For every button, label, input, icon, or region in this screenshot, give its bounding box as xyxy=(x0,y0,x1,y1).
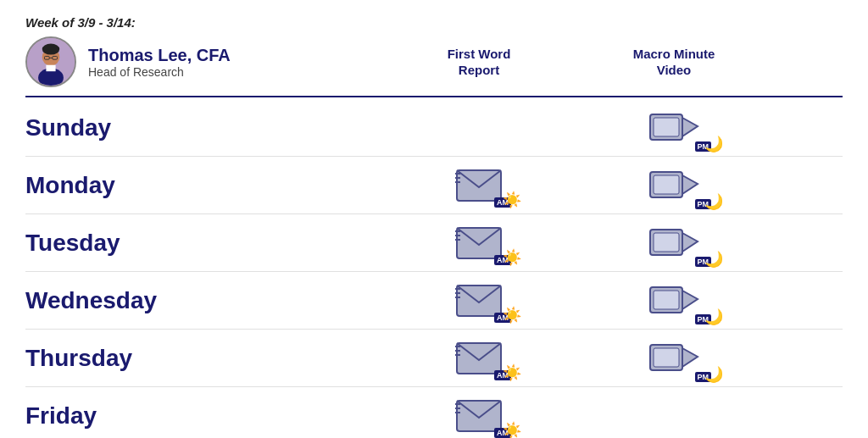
first-word-cell: AM ☀️ xyxy=(381,284,576,318)
macro-minute-cell: PM 🌙 xyxy=(576,225,771,262)
macro-minute-cell: PM 🌙 xyxy=(576,167,771,204)
first-word-cell: AM ☀️ xyxy=(381,399,576,433)
day-label: Friday xyxy=(25,396,381,436)
first-word-cell: AM ☀️ xyxy=(381,226,576,260)
email-icon: AM ☀️ xyxy=(455,284,503,318)
macro-minute-cell: PM 🌙 xyxy=(576,109,771,147)
table-row: Thursday AM ☀️ xyxy=(25,330,843,387)
col-header-macro: Macro MinuteVideo xyxy=(576,46,771,79)
table-row: Friday AM ☀️ xyxy=(25,387,843,438)
person-title: Head of Research xyxy=(88,65,231,79)
sun-icon: ☀️ xyxy=(503,421,521,439)
video-icon-wrap: PM 🌙 xyxy=(648,225,699,262)
email-icon-wrap: AM ☀️ xyxy=(455,284,503,318)
day-label: Wednesday xyxy=(25,280,381,321)
email-icon: AM ☀️ xyxy=(455,226,503,260)
video-icon-wrap: PM 🌙 xyxy=(648,340,699,377)
avatar xyxy=(25,36,76,87)
video-camera-icon: PM 🌙 xyxy=(648,225,699,262)
sun-icon: ☀️ xyxy=(503,248,521,267)
days-container: Sunday PM 🌙 Monday xyxy=(25,99,843,438)
moon-icon: 🌙 xyxy=(704,365,723,384)
table-row: Wednesday AM ☀️ xyxy=(25,272,843,330)
week-label: Week of 3/9 - 3/14: xyxy=(25,15,843,30)
table-row: Tuesday AM ☀️ xyxy=(25,214,843,272)
table-row: Monday AM ☀️ xyxy=(25,157,843,214)
sun-icon: ☀️ xyxy=(503,306,521,324)
video-icon-wrap: PM 🌙 xyxy=(648,109,699,147)
svg-rect-37 xyxy=(654,348,679,367)
person-info: Thomas Lee, CFA Head of Research xyxy=(25,36,381,87)
video-camera-icon: PM 🌙 xyxy=(648,109,699,147)
svg-rect-16 xyxy=(654,175,679,194)
email-icon: AM ☀️ xyxy=(455,169,503,202)
svg-rect-4 xyxy=(46,65,55,71)
moon-icon: 🌙 xyxy=(704,308,723,326)
email-icon-wrap: AM ☀️ xyxy=(455,341,503,375)
macro-minute-cell: PM 🌙 xyxy=(576,340,771,377)
first-word-cell: AM ☀️ xyxy=(381,341,576,375)
person-details: Thomas Lee, CFA Head of Research xyxy=(88,46,231,79)
svg-marker-10 xyxy=(682,118,698,136)
video-camera-icon: PM 🌙 xyxy=(648,167,699,204)
day-label: Sunday xyxy=(25,108,381,148)
svg-rect-30 xyxy=(654,291,679,309)
moon-icon: 🌙 xyxy=(704,250,723,269)
svg-rect-9 xyxy=(654,118,679,136)
day-label: Thursday xyxy=(25,338,381,379)
col-header-first-word: First WordReport xyxy=(381,46,576,79)
day-label: Tuesday xyxy=(25,223,381,263)
header-row: Thomas Lee, CFA Head of Research First W… xyxy=(25,36,843,97)
video-camera-icon: PM 🌙 xyxy=(648,282,699,319)
svg-marker-31 xyxy=(682,291,698,309)
macro-minute-cell: PM 🌙 xyxy=(576,282,771,319)
email-icon-wrap: AM ☀️ xyxy=(455,399,503,433)
sun-icon: ☀️ xyxy=(503,363,521,382)
person-name: Thomas Lee, CFA xyxy=(88,46,231,65)
svg-rect-23 xyxy=(654,233,679,252)
moon-icon: 🌙 xyxy=(704,192,723,211)
first-word-cell: AM ☀️ xyxy=(381,169,576,202)
day-label: Monday xyxy=(25,165,381,206)
svg-point-2 xyxy=(42,44,60,55)
video-icon-wrap: PM 🌙 xyxy=(648,282,699,319)
svg-marker-17 xyxy=(682,175,698,194)
video-icon-wrap: PM 🌙 xyxy=(648,167,699,204)
sun-icon: ☀️ xyxy=(503,191,521,209)
table-row: Sunday PM 🌙 xyxy=(25,99,843,157)
svg-marker-38 xyxy=(682,348,698,367)
moon-icon: 🌙 xyxy=(704,135,723,153)
svg-marker-24 xyxy=(682,233,698,252)
email-icon: AM ☀️ xyxy=(455,399,503,433)
video-camera-icon: PM 🌙 xyxy=(648,340,699,377)
email-icon-wrap: AM ☀️ xyxy=(455,226,503,260)
email-icon: AM ☀️ xyxy=(455,341,503,375)
email-icon-wrap: AM ☀️ xyxy=(455,169,503,202)
